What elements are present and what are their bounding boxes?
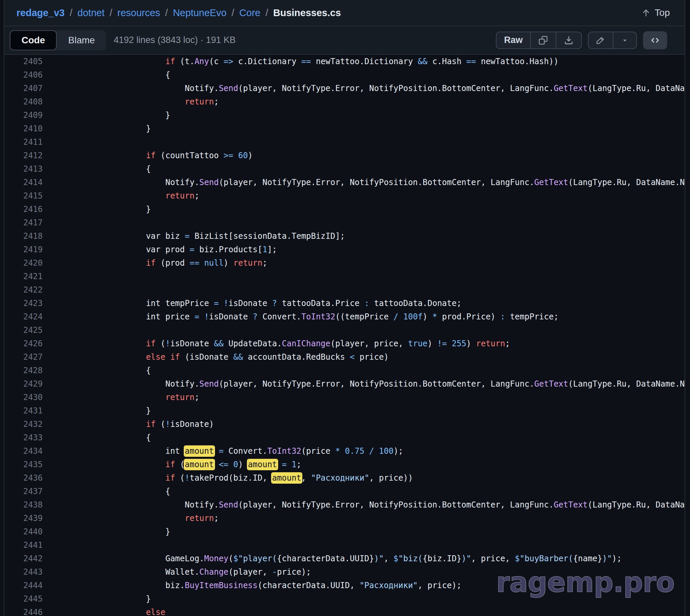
code-line: 2445 } xyxy=(4,592,685,606)
line-number[interactable]: 2424 xyxy=(4,310,43,324)
line-number[interactable]: 2443 xyxy=(4,565,43,579)
code-token: , price, xyxy=(471,554,515,563)
code-line: 2437 { xyxy=(4,485,685,498)
code-token: ; xyxy=(194,393,199,402)
download-button[interactable] xyxy=(556,32,581,48)
code-token: (player, NotifyType.Error, NotifyPositio… xyxy=(219,178,534,187)
line-number[interactable]: 2419 xyxy=(4,243,43,256)
line-number[interactable]: 2415 xyxy=(4,189,43,202)
line-number[interactable]: 2407 xyxy=(4,82,43,95)
line-number[interactable]: 2441 xyxy=(4,538,43,552)
code-line: 2424 int price = !isDonate ? Convert.ToI… xyxy=(4,310,685,324)
code-token: tempPrice; xyxy=(505,312,559,322)
line-number[interactable]: 2433 xyxy=(4,431,43,444)
code-token: 0.75 xyxy=(345,446,365,456)
line-number[interactable]: 2437 xyxy=(4,485,43,498)
line-number[interactable]: 2413 xyxy=(4,162,43,176)
code-token: 60 xyxy=(238,151,248,160)
code-token: if xyxy=(146,339,155,348)
code-token: "buyBarber( xyxy=(520,554,573,563)
line-number[interactable]: 2428 xyxy=(4,364,43,377)
code-token: Send xyxy=(199,379,219,389)
code-token: ((tempPrice xyxy=(335,312,393,322)
line-number[interactable]: 2422 xyxy=(4,283,43,296)
line-number[interactable]: 2414 xyxy=(4,176,43,189)
code-token: != xyxy=(437,339,447,348)
line-number[interactable]: 2439 xyxy=(4,511,43,525)
breadcrumb-link[interactable]: dotnet xyxy=(78,7,105,19)
line-number[interactable]: 2405 xyxy=(4,55,43,68)
line-number[interactable]: 2416 xyxy=(4,202,43,216)
code-text: if (amount <= 0) amount = 1; xyxy=(88,458,301,471)
line-number[interactable]: 2426 xyxy=(4,337,43,350)
line-number[interactable]: 2430 xyxy=(4,391,43,404)
line-number[interactable]: 2412 xyxy=(4,149,43,162)
breadcrumb-link[interactable]: redage_v3 xyxy=(17,7,65,19)
code-token: null xyxy=(204,258,224,268)
line-number[interactable]: 2440 xyxy=(4,525,43,538)
code-line: 2442 GameLog.Money($"player({characterDa… xyxy=(4,552,685,565)
code-token: Notify. xyxy=(165,379,199,389)
code-token: = xyxy=(194,312,199,322)
code-line: 2423 int tempPrice = !isDonate ? tattooD… xyxy=(4,296,685,310)
code-token: return xyxy=(476,339,505,348)
line-number[interactable]: 2444 xyxy=(4,579,43,592)
edit-button[interactable] xyxy=(588,32,613,48)
line-number[interactable]: 2420 xyxy=(4,256,43,270)
back-to-top-link[interactable]: Top xyxy=(641,7,670,18)
line-number[interactable]: 2432 xyxy=(4,418,43,431)
tab-code[interactable]: Code xyxy=(10,30,57,50)
code-token: <= xyxy=(219,460,229,469)
line-number[interactable]: 2408 xyxy=(4,95,43,109)
line-number[interactable]: 2446 xyxy=(4,606,43,615)
copy-button[interactable] xyxy=(530,32,556,48)
breadcrumb-link[interactable]: NeptuneEvo xyxy=(173,7,227,19)
symbols-pane-button[interactable] xyxy=(643,31,667,49)
breadcrumb-link[interactable]: resources xyxy=(117,7,160,19)
tab-blame[interactable]: Blame xyxy=(57,30,106,50)
code-lines: 2405 if (t.Any(c => c.Dictionary == newT… xyxy=(4,55,685,615)
line-number[interactable]: 2429 xyxy=(4,377,43,391)
code-token: Any xyxy=(194,57,209,66)
line-number[interactable]: 2442 xyxy=(4,552,43,565)
code-line: 2408 return; xyxy=(4,95,685,109)
code-token: if xyxy=(146,258,155,268)
code-token: Wallet. xyxy=(165,567,199,577)
line-number[interactable]: 2427 xyxy=(4,350,43,364)
code-token: var biz xyxy=(146,232,185,241)
code-text: } xyxy=(88,592,151,606)
code-text: if (!takeProd(biz.ID, amount, "Расходник… xyxy=(88,471,413,485)
line-number[interactable]: 2411 xyxy=(4,135,43,149)
edit-dropdown-button[interactable] xyxy=(613,32,636,48)
code-token xyxy=(365,446,369,456)
code-text: int tempPrice = !isDonate ? tattooData.P… xyxy=(88,296,461,310)
line-number[interactable]: 2435 xyxy=(4,458,43,471)
line-number[interactable]: 2410 xyxy=(4,122,43,135)
line-number[interactable]: 2409 xyxy=(4,109,43,122)
code-token: UpdateData. xyxy=(224,339,282,348)
code-token: c.Dictionary xyxy=(234,57,301,66)
line-number[interactable]: 2425 xyxy=(4,324,43,337)
code-token: ToInt32 xyxy=(301,312,335,322)
breadcrumb-link[interactable]: Core xyxy=(239,7,260,19)
line-number[interactable]: 2406 xyxy=(4,68,43,82)
code-token xyxy=(447,339,452,348)
line-number[interactable]: 2434 xyxy=(4,444,43,458)
code-token: newTattoo.Dictionary xyxy=(311,57,418,66)
line-number[interactable]: 2423 xyxy=(4,296,43,310)
code-token: ) xyxy=(423,312,432,322)
line-number[interactable]: 2417 xyxy=(4,216,43,229)
code-token: isDonate xyxy=(170,339,214,348)
line-number[interactable]: 2418 xyxy=(4,229,43,243)
line-number[interactable]: 2421 xyxy=(4,270,43,283)
line-number[interactable]: 2445 xyxy=(4,592,43,606)
line-number[interactable]: 2431 xyxy=(4,404,43,418)
line-number[interactable]: 2438 xyxy=(4,498,43,511)
raw-button[interactable]: Raw xyxy=(496,32,530,48)
line-number[interactable]: 2436 xyxy=(4,471,43,485)
code-token: else xyxy=(146,608,165,615)
code-token: (isDonate xyxy=(180,352,234,362)
code-token: == xyxy=(301,57,311,66)
code-line: 2405 if (t.Any(c => c.Dictionary == newT… xyxy=(4,55,685,68)
code-token: ; xyxy=(214,97,219,107)
